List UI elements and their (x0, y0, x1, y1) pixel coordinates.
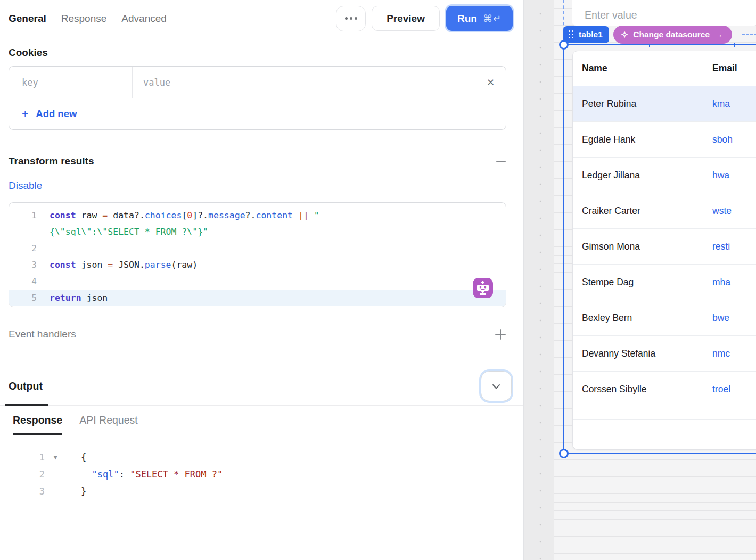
table-footer (573, 419, 756, 450)
table-row[interactable]: Bexley Bernbwe (573, 300, 756, 336)
plus-icon (495, 328, 506, 340)
table-row[interactable]: Craiker Carterwste (573, 193, 756, 229)
code-line: {\"sql\":\"SELECT * FROM ?\"}" (9, 224, 506, 240)
add-event-handler-button[interactable] (495, 328, 506, 340)
code-line: 3const json = JSON.parse(raw) (9, 257, 506, 273)
code-lines: 1const raw = data?.choices[0]?.message?.… (9, 207, 506, 306)
tab-output-response[interactable]: Response (13, 414, 62, 435)
output-tabs: Response API Request (13, 414, 523, 435)
arrow-spacer (45, 483, 66, 500)
query-tabs: General Response Advanced (9, 13, 167, 24)
cell-email-link[interactable]: mha (712, 277, 730, 288)
output-tab[interactable]: Output (9, 380, 43, 392)
minus-icon (496, 156, 506, 167)
cell-email-link[interactable]: hwa (712, 170, 729, 181)
cookie-remove-button[interactable]: ✕ (475, 67, 506, 98)
cell-email-link[interactable]: t (712, 419, 715, 420)
cell-name: Stempe Dag (573, 277, 712, 288)
code-text: {\"sql\":\"SELECT * FROM ?\"}" (50, 224, 208, 240)
query-header: General Response Advanced Preview Run ⌘↵ (0, 0, 523, 37)
code-line: 3} (0, 483, 523, 500)
table-row[interactable]: Ledger Jillanahwa (573, 158, 756, 193)
event-handlers-header: Event handlers (9, 328, 506, 340)
cell-email-link[interactable]: resti (712, 241, 730, 252)
event-handlers-title: Event handlers (9, 328, 76, 340)
tab-response[interactable]: Response (61, 13, 107, 24)
tab-general[interactable]: General (9, 13, 46, 24)
add-new-cookie-button[interactable]: + Add new (9, 98, 506, 129)
app-canvas[interactable]: Enter value table1 ✧ Change datasource →… (524, 0, 756, 560)
close-icon: ✕ (487, 77, 495, 88)
disable-transform-link[interactable]: Disable (9, 180, 515, 192)
table-row[interactable]: Lample Rickt (573, 407, 756, 419)
cookies-title: Cookies (9, 47, 515, 59)
component-name-label: table1 (579, 30, 603, 39)
cookie-value-input[interactable]: value (133, 67, 475, 98)
cell-email-link[interactable]: wste (712, 205, 732, 217)
cell-email-link[interactable]: kma (712, 98, 730, 110)
response-json-viewer[interactable]: 1▼{2 "sql": "SELECT * FROM ?"3} (0, 449, 523, 500)
run-label: Run (457, 13, 477, 24)
line-number: 2 (0, 466, 45, 483)
transform-results-title: Transform results (9, 155, 94, 167)
run-button[interactable]: Run ⌘↵ (446, 6, 513, 31)
line-number: 1 (0, 449, 45, 466)
resize-handle-bottom-left[interactable] (559, 449, 569, 458)
cell-email-link[interactable]: troel (712, 384, 730, 395)
cell-email-link[interactable]: nmc (712, 348, 730, 359)
code-line: 4 (9, 273, 506, 290)
input-placeholder: Enter value (585, 9, 637, 21)
plus-icon: + (22, 108, 28, 120)
preview-button[interactable]: Preview (372, 6, 440, 31)
cookie-key-input[interactable]: key (9, 67, 133, 98)
selection-border-bottom (564, 453, 756, 454)
table-component[interactable]: Name Email Peter RubinakmaEgdale Hanksbo… (572, 51, 756, 450)
column-header-name[interactable]: Name (573, 63, 712, 74)
table-row[interactable]: Egdale Hanksboh (573, 122, 756, 158)
collapse-output-button[interactable] (481, 371, 512, 401)
line-number: 4 (9, 273, 50, 290)
cell-name: Ledger Jillana (573, 170, 712, 181)
tab-advanced[interactable]: Advanced (121, 13, 167, 24)
cell-email-link[interactable]: sboh (712, 134, 733, 145)
cookie-row: key value ✕ (9, 67, 506, 98)
header-buttons: Preview Run ⌘↵ (336, 6, 515, 31)
table-row[interactable]: Stempe Dagmha (573, 265, 756, 300)
ai-assistant-button[interactable] (473, 278, 493, 298)
resize-handle-top-left[interactable] (559, 40, 569, 50)
cell-name: Egdale Hank (573, 134, 712, 145)
column-header-email[interactable]: Email (712, 63, 737, 74)
code-line: 2 (9, 240, 506, 257)
table-row[interactable]: Gimson Monaresti (573, 229, 756, 265)
table-body: Peter RubinakmaEgdale HanksbohLedger Jil… (573, 86, 756, 419)
cell-email-link[interactable]: bwe (712, 312, 729, 324)
cookie-value-placeholder: value (143, 77, 170, 88)
table-row[interactable]: Devanny Stefanianmc (573, 336, 756, 372)
more-options-button[interactable] (336, 6, 365, 31)
line-number: 3 (9, 257, 50, 273)
table-row[interactable]: Corssen Sibylletroel (573, 372, 756, 407)
code-line: 1▼{ (0, 449, 523, 466)
code-text: return json (50, 290, 108, 306)
selection-border-top (564, 44, 756, 45)
code-line: 1const raw = data?.choices[0]?.message?.… (9, 207, 506, 224)
table-row[interactable]: Peter Rubinakma (573, 86, 756, 122)
collapse-section-button[interactable] (496, 156, 506, 167)
ellipsis-icon (345, 17, 357, 20)
sparkle-icon: ✧ (621, 30, 628, 39)
cookie-key-placeholder: key (22, 77, 38, 88)
line-number (9, 224, 50, 240)
drag-handle-icon (569, 30, 574, 39)
collapse-node-icon[interactable]: ▼ (45, 449, 66, 466)
change-datasource-button[interactable]: ✧ Change datasource → (613, 26, 732, 44)
code-text: } (66, 483, 86, 500)
selection-border-left (563, 44, 564, 454)
code-text: "sql": "SELECT * FROM ?" (66, 466, 223, 483)
screen: General Response Advanced Preview Run ⌘↵… (0, 0, 756, 560)
code-line: 2 "sql": "SELECT * FROM ?" (0, 466, 523, 483)
transform-code-editor[interactable]: 1const raw = data?.choices[0]?.message?.… (9, 202, 506, 307)
line-number: 1 (9, 207, 50, 224)
component-name-pill[interactable]: table1 (563, 26, 609, 43)
tab-output-api-request[interactable]: API Request (79, 414, 137, 435)
text-input-component[interactable]: Enter value (572, 0, 756, 26)
